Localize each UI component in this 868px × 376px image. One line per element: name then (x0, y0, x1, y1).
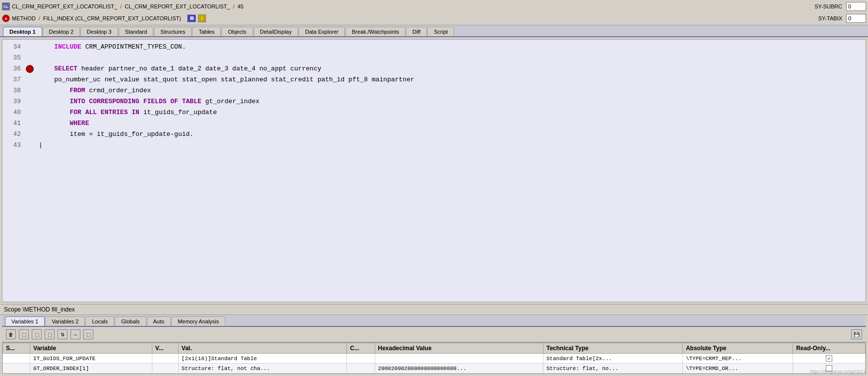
tab-detaildisplay[interactable]: DetailDisplay (254, 27, 298, 36)
cell-v-1 (152, 354, 178, 364)
code-line-42: 42 item = it_guids_for_update-guid. (2, 129, 866, 140)
subrc-value[interactable] (846, 2, 866, 11)
line-content-38: FROM crmd_order_index (35, 85, 866, 96)
code-line-34: 34 INCLUDE CRM_APPOINTMENT_TYPES_CON. (2, 42, 866, 53)
line-content-43: | (35, 140, 866, 151)
bottom-panel: Variables 1 Variables 2 Locals Globals A… (2, 315, 866, 374)
line-number-39: 39 (2, 96, 25, 107)
sort-button[interactable]: ⇅ (58, 329, 67, 339)
line-number-43: 43 (2, 140, 25, 151)
tab-structures[interactable]: Structures (154, 27, 192, 36)
line-content-41: WHERE (35, 118, 866, 129)
line-number-35: 35 (2, 53, 25, 63)
refresh-button[interactable]: ↔ (70, 329, 80, 339)
code-line-41: 41 WHERE (2, 118, 866, 129)
code-line-36: 36 SELECT header partner_no date_1 date_… (2, 63, 866, 74)
cell-variable-1: IT_GUIDS_FOR_UPDATE (30, 354, 152, 364)
watermark: https://docparser.io/api/2011 (810, 369, 866, 374)
method-icon: ● (2, 14, 10, 22)
line-content-40: FOR ALL ENTRIES IN it_guids_for_update (35, 107, 866, 118)
code-container: 34 INCLUDE CRM_APPOINTMENT_TYPES_CON. 35… (2, 40, 866, 153)
checkbox-icon-1[interactable] (826, 355, 832, 362)
save-button[interactable]: 💾 (851, 329, 862, 339)
cell-hex-2: 200020002000000000000000... (375, 364, 543, 374)
info-icon[interactable]: i (198, 14, 206, 22)
line-content-34: INCLUDE CRM_APPOINTMENT_TYPES_CON. (35, 42, 866, 53)
tab-desktop3[interactable]: Desktop 3 (80, 27, 118, 36)
tabix-label: SY-TABIX (816, 15, 844, 21)
variables-table: S... Variable V... Val. C... Hexadecimal… (2, 343, 866, 374)
checkbox-readonly-1[interactable] (796, 355, 862, 362)
breakpoint-icon-36 (26, 65, 34, 73)
bottom-tab-variables1[interactable]: Variables 1 (5, 316, 45, 326)
col-header-v: V... (152, 343, 178, 354)
code-line-43: 43 | (2, 140, 866, 151)
cell-variable-2: GT_ORDER_INDEX[1] (30, 364, 152, 374)
col-header-s: S... (3, 343, 30, 354)
line-number-36: 36 (2, 63, 25, 74)
cell-tech-type-1: Standard Table[2x... (543, 354, 683, 364)
tab-tables[interactable]: Tables (192, 27, 221, 36)
scope-text: Scope \METHOD fill_index (4, 306, 75, 313)
toolbar-method-keyword: METHOD (12, 15, 36, 21)
copy-button-1[interactable]: ⬚ (19, 329, 29, 339)
bottom-tab-variables2[interactable]: Variables 2 (45, 316, 85, 326)
col-header-abs-type: Absolute Type (682, 343, 793, 354)
toolbar-class-path1: CL_CRM_REPORT_EXT_LOCATORLIST_ (12, 3, 117, 9)
col-header-variable: Variable (30, 343, 152, 354)
tab-desktop2[interactable]: Desktop 2 (43, 27, 80, 36)
line-number-42: 42 (2, 129, 25, 140)
tab-breakwatchpoints[interactable]: Break./Watchpoints (345, 27, 405, 36)
image-icon[interactable]: 🖼 (187, 14, 196, 22)
line-number-37: 37 (2, 74, 25, 85)
toolbar-class-path2: CL_CRM_REPORT_EXT_LOCATORLIST_ (125, 3, 230, 9)
tab-dataexplorer[interactable]: Data Explorer (299, 27, 345, 36)
col-header-tech-type: Technical Type (543, 343, 683, 354)
tabix-value[interactable] (846, 14, 866, 23)
code-line-35: 35 (2, 53, 866, 63)
cell-abs-type-2: \TYPE=CRMD_OR... (682, 364, 793, 374)
col-header-readonly: Read-Only... (793, 343, 866, 354)
copy-button-3[interactable]: ⬚ (45, 329, 55, 339)
col-header-val: Val. (178, 343, 346, 354)
table-row: GT_ORDER_INDEX[1] Structure: flat, not c… (3, 364, 866, 374)
line-content-39: INTO CORRESPONDING FIELDS OF TABLE gt_or… (35, 96, 866, 107)
bottom-tab-locals[interactable]: Locals (85, 316, 114, 326)
copy-button-2[interactable]: ⬚ (32, 329, 42, 339)
tab-script[interactable]: Script (427, 27, 454, 36)
delete-button[interactable]: 🗑 (6, 329, 16, 339)
export-button[interactable]: ⬚ (83, 329, 93, 339)
cell-s-2 (3, 364, 30, 374)
cell-hex-1 (375, 354, 543, 364)
toolbar-method-name: FILL_INDEX (CL_CRM_REPORT_EXT_LOCATORLIS… (43, 15, 181, 21)
code-line-39: 39 INTO CORRESPONDING FIELDS OF TABLE gt… (2, 96, 866, 107)
toolbar-row-1: CL CL_CRM_REPORT_EXT_LOCATORLIST_ / CL_C… (2, 1, 866, 12)
bottom-tab-auto[interactable]: Auto (147, 316, 171, 326)
col-header-c: C... (347, 343, 375, 354)
line-content-42: item = it_guids_for_update-guid. (35, 129, 866, 140)
tab-desktop1[interactable]: Desktop 1 (3, 27, 42, 36)
cell-c-1 (347, 354, 375, 364)
code-editor-area: 34 INCLUDE CRM_APPOINTMENT_TYPES_CON. 35… (2, 39, 866, 302)
bottom-tab-strip: Variables 1 Variables 2 Locals Globals A… (2, 315, 866, 327)
scope-bar: Scope \METHOD fill_index (0, 304, 868, 315)
variables-table-container: S... Variable V... Val. C... Hexadecimal… (2, 342, 866, 374)
bottom-tab-globals[interactable]: Globals (115, 316, 146, 326)
line-content-36: SELECT header partner_no date_1 date_2 d… (35, 63, 866, 74)
tab-standard[interactable]: Standard (119, 27, 154, 36)
line-marker-36 (25, 65, 35, 73)
bottom-tab-memory-analysis[interactable]: Memory Analysis (171, 316, 225, 326)
line-number-40: 40 (2, 107, 25, 118)
variable-toolbar: 🗑 ⬚ ⬚ ⬚ ⇅ ↔ ⬚ 💾 (2, 327, 866, 342)
main-layout: CL CL_CRM_REPORT_EXT_LOCATORLIST_ / CL_C… (0, 0, 868, 376)
tab-objects[interactable]: Objects (221, 27, 253, 36)
cell-abs-type-1: \TYPE=CRMT_REP... (682, 354, 793, 364)
cell-c-2 (347, 364, 375, 374)
cell-v-2 (152, 364, 178, 374)
cell-s-1 (3, 354, 30, 364)
table-row: IT_GUIDS_FOR_UPDATE [2x1(16)]Standard Ta… (3, 354, 866, 364)
main-tab-strip: Desktop 1 Desktop 2 Desktop 3 Standard S… (0, 25, 868, 37)
tab-diff[interactable]: Diff (406, 27, 427, 36)
toolbar-row-2: ● METHOD / FILL_INDEX (CL_CRM_REPORT_EXT… (2, 13, 866, 24)
line-number-38: 38 (2, 85, 25, 96)
